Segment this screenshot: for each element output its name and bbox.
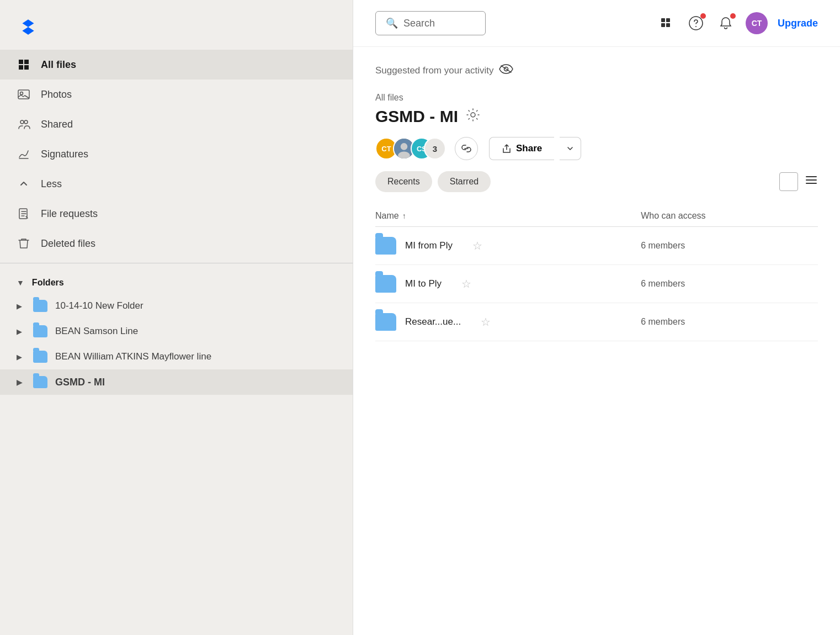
folder-item-3[interactable]: ▶ BEAN William ATKINS Mayflower line [0,344,353,369]
access-text: 6 members [641,241,685,250]
file-name: Resear...ue... [405,316,461,327]
folder-icon [375,313,396,331]
file-name: MI to Ply [405,278,442,289]
deleted-files-icon [17,236,31,251]
tab-starred[interactable]: Starred [438,171,491,192]
folder-chevron-icon: ▶ [17,302,25,310]
folders-section-header[interactable]: ▼ Folders [0,268,353,293]
folder-icon [375,275,396,293]
file-requests-icon [17,207,31,221]
svg-rect-3 [24,65,29,70]
suggested-bar: Suggested from your activity [375,64,818,77]
col-name: Name ↑ [375,205,641,227]
file-row-name: MI to Ply ☆ [375,275,641,293]
sidebar-item-label: File requests [41,208,98,220]
folder-item-2[interactable]: ▶ BEAN Samson Line [0,319,353,344]
folder-icon [33,351,47,363]
folder-icon [375,237,396,255]
search-box[interactable]: 🔍 Search [375,11,486,35]
star-icon[interactable]: ☆ [481,315,491,329]
search-placeholder: Search [403,18,435,29]
svg-point-18 [401,143,408,150]
share-dropdown-button[interactable] [560,137,581,160]
photos-icon [17,87,31,102]
notifications-button[interactable] [716,13,736,33]
folder-item-1[interactable]: ▶ 10-14-10 New Folder [0,293,353,319]
svg-point-16 [471,113,475,117]
folder-icon [33,376,47,388]
table-row[interactable]: MI to Ply ☆ 6 members [375,265,818,303]
svg-rect-1 [24,60,29,64]
folder-chevron-icon: ▶ [17,353,25,361]
folders-section-title: Folders [32,278,64,288]
svg-point-5 [20,92,23,95]
chevron-down-icon: ▼ [17,278,24,287]
signatures-icon [17,147,31,161]
user-avatar[interactable]: CT [746,12,768,34]
sidebar-divider [0,263,353,263]
search-icon: 🔍 [386,17,398,29]
sort-arrow-icon[interactable]: ↑ [402,211,406,220]
sidebar-item-file-requests[interactable]: File requests [0,199,353,229]
sidebar-item-deleted-files[interactable]: Deleted files [0,229,353,258]
folder-header: GSMD - MI [375,107,818,126]
upgrade-button[interactable]: Upgrade [778,18,818,29]
settings-icon[interactable] [466,108,480,125]
folder-icon [33,325,47,337]
grid-view-button[interactable] [656,13,676,33]
shared-icon [17,117,31,131]
sidebar-item-label: Less [41,178,62,190]
share-btn-group: Share [483,137,581,160]
topbar: 🔍 Search [353,0,840,47]
sidebar-item-label: Photos [41,89,72,100]
folder-item-label: GSMD - MI [55,377,105,388]
table-row[interactable]: Resear...ue... ☆ 6 members [375,303,818,341]
grid-layout-button[interactable] [779,172,798,191]
svg-point-7 [24,120,28,124]
sidebar-item-photos[interactable]: Photos [0,80,353,109]
suggested-text: Suggested from your activity [375,65,493,76]
file-row-name: MI from Ply ☆ [375,237,641,255]
visibility-icon[interactable] [499,64,513,77]
col-access: Who can access [641,205,818,227]
svg-rect-0 [19,60,23,64]
folder-item-label: 10-14-10 New Folder [55,300,143,311]
sidebar-item-all-files[interactable]: All files [0,50,353,80]
folder-icon [33,300,47,312]
view-controls [779,172,818,191]
svg-rect-10 [666,18,670,22]
folder-title: GSMD - MI [375,107,458,126]
star-icon[interactable]: ☆ [461,277,471,290]
folder-item-gsmd[interactable]: ▶ GSMD - MI [0,369,353,395]
svg-rect-12 [666,23,670,27]
sidebar-item-label: Shared [41,119,73,130]
sidebar-item-signatures[interactable]: Signatures [0,139,353,169]
sidebar-header [0,0,353,50]
member-count[interactable]: 3 [424,137,446,160]
sidebar-item-shared[interactable]: Shared [0,109,353,139]
table-row[interactable]: MI from Ply ☆ 6 members [375,227,818,265]
dropbox-logo-icon[interactable] [17,15,40,39]
sidebar-item-less[interactable]: Less [0,169,353,199]
sidebar: All files Photos Shared [0,0,353,635]
main-content: 🔍 Search [353,0,840,635]
star-icon[interactable]: ☆ [472,239,482,252]
sidebar-scroll-area: All files Photos Shared [0,50,353,635]
file-name: MI from Ply [405,240,453,251]
share-button[interactable]: Share [489,137,554,160]
sidebar-item-label: Deleted files [41,238,95,250]
topbar-icons: CT Upgrade [656,12,818,34]
tab-recents[interactable]: Recents [375,171,432,192]
sidebar-item-label: All files [41,59,76,71]
avatar-initials: CT [752,19,762,28]
member-avatars: CT CS 3 [375,137,818,160]
help-button[interactable] [686,13,706,33]
copy-link-button[interactable] [455,137,478,160]
file-row-name: Resear...ue... ☆ [375,313,641,331]
list-layout-icon[interactable] [805,173,818,190]
filter-tabs: Recents Starred [375,171,818,192]
notifications-badge [730,13,736,19]
folder-item-label: BEAN Samson Line [55,326,138,337]
sidebar-item-label: Signatures [41,149,88,160]
folder-chevron-icon: ▶ [17,378,25,387]
